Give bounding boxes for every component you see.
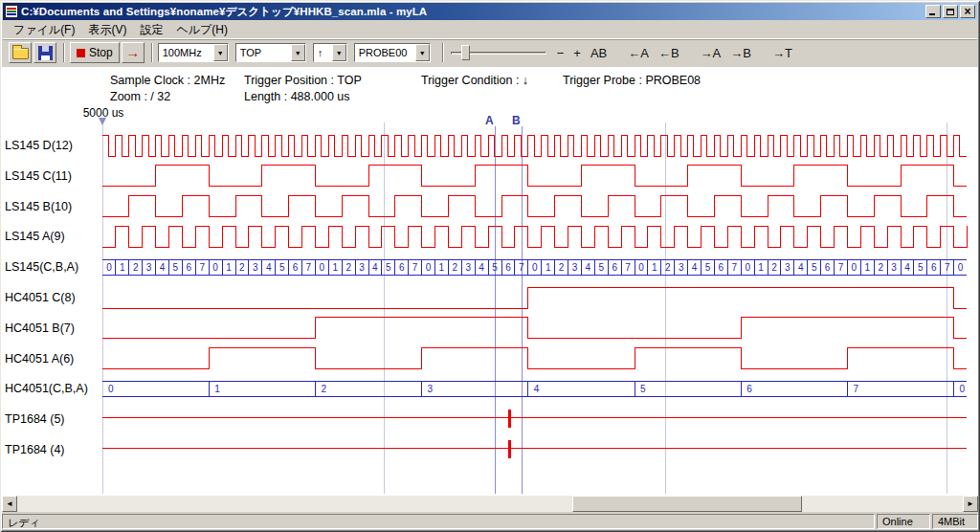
menu-bar: ファイル(F) 表示(V) 設定 ヘルプ(H) bbox=[3, 21, 977, 38]
channel-label-hc4051-bus[interactable]: HC4051(C,B,A) bbox=[5, 381, 100, 396]
probe-value: PROBE00 bbox=[355, 47, 415, 58]
marker-a-right-button[interactable]: →A bbox=[696, 44, 726, 62]
run-arrow-icon: → bbox=[125, 46, 140, 59]
channel-label-ls145-d[interactable]: LS145 D(12) bbox=[5, 138, 100, 153]
run-button[interactable]: → bbox=[122, 42, 145, 63]
channel-label-ls145-c[interactable]: LS145 C(11) bbox=[5, 168, 100, 184]
sample-clock-info: Sample Clock : 2MHz bbox=[110, 74, 225, 87]
window-title: C:¥Documents and Settings¥noname¥デスクトップ¥… bbox=[21, 5, 925, 19]
scrollbar-thumb[interactable] bbox=[572, 496, 802, 512]
trigger-condition-info: Trigger Condition : ↓ bbox=[421, 74, 528, 87]
title-bar[interactable]: C:¥Documents and Settings¥noname¥デスクトップ¥… bbox=[3, 3, 977, 20]
trigger-position-select[interactable]: TOP ▼ bbox=[235, 43, 306, 62]
length-info: Length : 488.000 us bbox=[244, 90, 350, 103]
chevron-down-icon[interactable]: ▼ bbox=[213, 44, 228, 61]
scroll-left-icon: ◄ bbox=[6, 499, 13, 508]
channel-label-hc4051-b[interactable]: HC4051 B(7) bbox=[5, 321, 100, 336]
channel-label-tp1684-4[interactable]: TP1684 (4) bbox=[5, 442, 100, 457]
stop-icon bbox=[77, 49, 85, 57]
open-folder-icon bbox=[12, 48, 29, 59]
toolbar-separator bbox=[442, 43, 444, 62]
channel-label-ls145-bus[interactable]: LS145(C,B,A) bbox=[5, 259, 100, 275]
app-window: C:¥Documents and Settings¥noname¥デスクトップ¥… bbox=[0, 0, 980, 532]
toolbar-separator bbox=[151, 43, 153, 62]
waveform-plot-area[interactable] bbox=[2, 67, 978, 496]
maximize-button[interactable] bbox=[943, 5, 958, 18]
marker-b-right-button[interactable]: →B bbox=[725, 44, 756, 62]
close-icon: × bbox=[964, 7, 970, 16]
sample-rate-value: 100MHz bbox=[159, 47, 213, 58]
ab-span-button[interactable]: AB bbox=[586, 44, 612, 62]
save-floppy-icon bbox=[38, 46, 53, 60]
save-button[interactable] bbox=[33, 42, 56, 63]
trigger-edge-value: ↑ bbox=[314, 47, 332, 58]
chevron-down-icon[interactable]: ▼ bbox=[415, 44, 430, 61]
menu-file[interactable]: ファイル(F) bbox=[7, 21, 81, 39]
chevron-down-icon[interactable]: ▼ bbox=[332, 44, 346, 61]
channel-label-ls145-b[interactable]: LS145 B(10) bbox=[5, 199, 100, 214]
time-scale-label: 5000 us bbox=[78, 106, 128, 120]
zoom-out-button[interactable]: − bbox=[552, 44, 569, 62]
trigger-position-info: Trigger Position : TOP bbox=[244, 74, 362, 87]
toolbar-separator bbox=[63, 43, 65, 62]
stop-button[interactable]: Stop bbox=[70, 42, 120, 63]
scroll-left-button[interactable]: ◄ bbox=[2, 496, 17, 512]
channel-label-hc4051-a[interactable]: HC4051 A(6) bbox=[5, 351, 100, 366]
menu-view[interactable]: 表示(V) bbox=[81, 21, 133, 39]
status-memory-badge: 4MBit bbox=[932, 514, 978, 529]
maximize-icon bbox=[947, 9, 954, 15]
probe-select[interactable]: PROBE00 ▼ bbox=[354, 43, 431, 62]
close-button[interactable]: × bbox=[960, 5, 975, 18]
menu-settings[interactable]: 設定 bbox=[133, 21, 169, 39]
scroll-right-button[interactable]: ► bbox=[963, 496, 978, 512]
toolbar: Stop → 100MHz ▼ TOP ▼ ↑ ▼ PROBE00 ▼ − + … bbox=[3, 38, 977, 66]
menu-help[interactable]: ヘルプ(H) bbox=[169, 21, 234, 39]
zoom-slider-thumb[interactable] bbox=[461, 45, 470, 60]
goto-trigger-button[interactable]: →T bbox=[768, 44, 797, 62]
zoom-slider[interactable] bbox=[451, 43, 546, 62]
minimize-button[interactable] bbox=[925, 5, 941, 18]
chevron-down-icon[interactable]: ▼ bbox=[291, 44, 305, 61]
minimize-icon bbox=[929, 13, 935, 15]
channel-label-ls145-a[interactable]: LS145 A(9) bbox=[5, 229, 100, 244]
channel-label-tp1684-5[interactable]: TP1684 (5) bbox=[5, 411, 100, 427]
marker-a-left-button[interactable]: ←A bbox=[623, 44, 654, 62]
trigger-edge-select[interactable]: ↑ ▼ bbox=[313, 43, 347, 62]
trigger-position-value: TOP bbox=[236, 47, 291, 58]
zoom-info: Zoom : / 32 bbox=[110, 90, 170, 103]
app-icon bbox=[5, 5, 18, 18]
horizontal-scrollbar[interactable]: ◄ ► bbox=[2, 496, 978, 512]
trigger-probe-info: Trigger Probe : PROBE08 bbox=[563, 74, 701, 87]
marker-b-left-button[interactable]: ←B bbox=[654, 44, 684, 62]
channel-label-hc4051-c[interactable]: HC4051 C(8) bbox=[5, 290, 100, 305]
status-ready-text: レディ bbox=[2, 514, 875, 529]
status-bar: レディ Online 4MBit bbox=[2, 514, 978, 529]
open-file-button[interactable] bbox=[9, 42, 32, 63]
status-online-badge: Online bbox=[877, 514, 930, 529]
zoom-in-button[interactable]: + bbox=[568, 44, 586, 62]
stop-label: Stop bbox=[89, 46, 113, 59]
scroll-right-icon: ► bbox=[967, 499, 974, 508]
sample-rate-select[interactable]: 100MHz ▼ bbox=[158, 43, 229, 62]
